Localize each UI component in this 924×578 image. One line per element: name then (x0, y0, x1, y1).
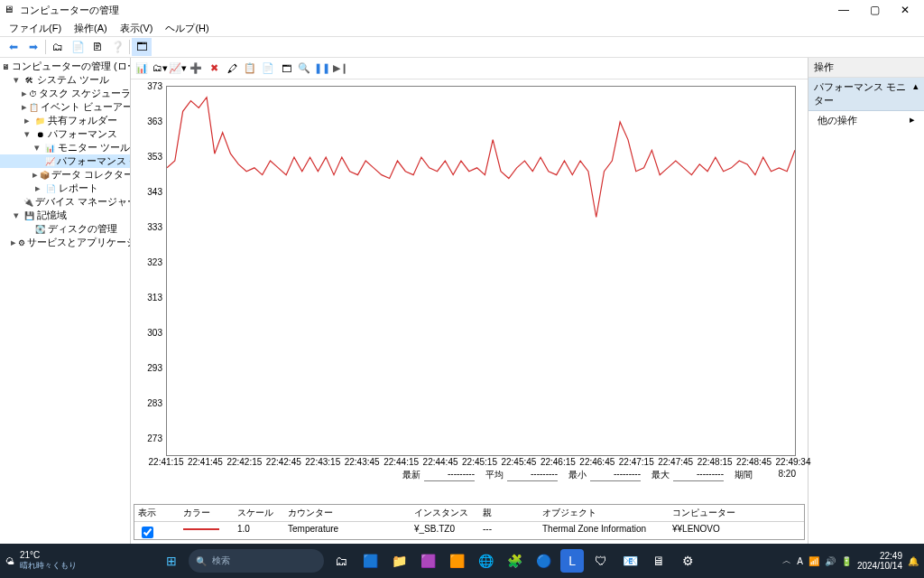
tree-item[interactable]: ▾ 🛠 システム ツール (0, 73, 130, 87)
col-object[interactable]: オブジェクト (539, 505, 669, 521)
volume-icon[interactable]: 🔊 (825, 556, 836, 566)
taskbar-clock[interactable]: 22:49 2024/10/14 (857, 551, 902, 571)
tree-item[interactable]: 🖥 コンピューターの管理 (ローカル) (0, 60, 130, 73)
tree-twisty-icon[interactable]: ▸ (22, 115, 32, 126)
chart-type-button[interactable]: 📈▾ (169, 60, 187, 78)
app-icon-1[interactable]: 🟦 (358, 549, 382, 573)
actions-other[interactable]: 他の操作▸ (808, 111, 924, 130)
app-icon-4[interactable]: 🟧 (445, 549, 468, 573)
wifi-icon[interactable]: 📶 (808, 556, 819, 566)
delete-counter-button[interactable]: ✖ (205, 60, 223, 78)
maximize-button[interactable]: ▢ (859, 0, 890, 20)
tree-item[interactable]: ▸ 📄 レポート (0, 182, 130, 195)
actions-group[interactable]: パフォーマンス モニター▴ (808, 78, 924, 111)
refresh-button[interactable]: 🗔 (132, 38, 152, 56)
forward-button[interactable]: ➡ (23, 38, 43, 56)
col-computer[interactable]: コンピューター (669, 505, 804, 521)
x-tick-label: 22:46:45 (579, 457, 614, 467)
legend-show-checkbox[interactable] (142, 527, 153, 538)
tree-node-label: イベント ビューアー (41, 100, 131, 114)
edge-icon[interactable]: 🌐 (474, 549, 497, 573)
tree-item[interactable]: ▸ 📦 データ コレクター セット (0, 168, 130, 182)
tree-item[interactable]: ▸ ⚙ サービスとアプリケーション (0, 236, 130, 249)
view-current-button[interactable]: 📊 (133, 60, 151, 78)
y-tick-label: 373 (134, 81, 162, 91)
close-button[interactable]: ✕ (890, 0, 920, 20)
taskbar[interactable]: 🌤 21°C 晴れ時々くもり ⊞ 🔍 検索 🗂 🟦 📁 🟪 🟧 🌐 🧩 🔵 L … (0, 544, 924, 578)
tree-item[interactable]: ▾ ⏺ パフォーマンス (0, 127, 130, 141)
taskbar-weather[interactable]: 🌤 21°C 晴れ時々くもり (5, 550, 77, 572)
task-view-button[interactable]: 🗂 (329, 549, 353, 573)
app-icon-6[interactable]: 🔵 (531, 549, 555, 573)
help-button[interactable]: ❔ (107, 38, 127, 56)
tree-twisty-icon[interactable]: ▸ (22, 88, 27, 99)
copy-props-button[interactable]: 📋 (241, 60, 259, 78)
menu-action[interactable]: 操作(A) (69, 21, 113, 36)
minimize-button[interactable]: — (828, 0, 859, 20)
tree-twisty-icon[interactable]: ▸ (11, 237, 16, 248)
update-button[interactable]: ▶❙ (331, 60, 349, 78)
tray-chevron-icon[interactable]: ︿ (782, 555, 791, 567)
tree-item[interactable]: ▾ 💾 記憶域 (0, 209, 130, 222)
counter-legend-table[interactable]: 表示 カラー スケール カウンター インスタンス 親 オブジェクト コンピュータ… (134, 504, 805, 540)
col-color[interactable]: カラー (180, 505, 234, 521)
tree-item[interactable]: 💽 ディスクの管理 (0, 222, 130, 236)
tree-node-icon: 🛠 (23, 75, 35, 86)
tree-twisty-icon[interactable]: ▾ (22, 128, 32, 140)
show-hide-tree-button[interactable]: 🗂 (48, 38, 68, 56)
tree-node-icon: 🖥 (2, 61, 10, 72)
notifications-icon[interactable]: 🔔 (908, 556, 919, 566)
freeze-button[interactable]: ❚❚ (313, 60, 331, 78)
battery-icon[interactable]: 🔋 (841, 556, 852, 566)
app-icon-9[interactable]: 📧 (618, 549, 642, 573)
tree-item[interactable]: ▸ ⏱ タスク スケジューラ (0, 87, 130, 100)
start-button[interactable]: ⊞ (160, 549, 183, 573)
tree-item[interactable]: ▸ 📁 共有フォルダー (0, 114, 130, 127)
tree-twisty-icon[interactable]: ▸ (32, 169, 38, 181)
tree-item[interactable]: ▾ 📊 モニター ツール (0, 141, 130, 154)
tree-twisty-icon[interactable]: ▾ (32, 142, 42, 154)
taskbar-search[interactable]: 🔍 検索 (189, 549, 324, 573)
tree-item[interactable]: ▸ 📋 イベント ビューアー (0, 100, 130, 114)
col-show[interactable]: 表示 (134, 505, 180, 521)
menu-file[interactable]: ファイル(F) (4, 21, 67, 36)
app-icon-2[interactable]: 📁 (387, 549, 411, 573)
zoom-button[interactable]: 🔍 (295, 60, 313, 78)
navigation-tree[interactable]: 🖥 コンピューターの管理 (ローカル)▾ 🛠 システム ツール▸ ⏱ タスク ス… (0, 58, 131, 544)
tree-item[interactable]: 🔌 デバイス マネージャー (0, 195, 130, 209)
paste-props-button[interactable]: 📄 (259, 60, 277, 78)
view-log-button[interactable]: 🗂▾ (151, 60, 169, 78)
actions-pane: 操作 パフォーマンス モニター▴ 他の操作▸ (808, 58, 924, 544)
menu-view[interactable]: 表示(V) (115, 21, 159, 36)
app-icon-8[interactable]: 🛡 (589, 549, 613, 573)
x-tick-label: 22:41:15 (149, 457, 184, 467)
app-icon-3[interactable]: 🟪 (416, 549, 439, 573)
app-icon-10[interactable]: 🖥 (647, 549, 670, 573)
y-tick-label: 273 (134, 434, 162, 443)
back-button[interactable]: ⬅ (4, 38, 23, 56)
tree-twisty-icon[interactable]: ▾ (11, 210, 21, 221)
col-instance[interactable]: インスタンス (411, 505, 479, 521)
menubar: ファイル(F) 操作(A) 表示(V) ヘルプ(H) (0, 20, 924, 36)
tree-twisty-icon[interactable]: ▸ (32, 182, 42, 194)
tree-twisty-icon[interactable]: ▾ (11, 74, 21, 86)
app-icon-11[interactable]: ⚙ (676, 549, 699, 573)
add-counter-button[interactable]: ➕ (187, 60, 205, 78)
properties2-button[interactable]: 🗔 (277, 60, 295, 78)
perfmon-toolbar: 📊 🗂▾ 📈▾ ➕ ✖ 🖍 📋 📄 🗔 🔍 ❚❚ ▶❙ (131, 58, 808, 79)
export-button[interactable]: 🖹 (88, 38, 107, 56)
tree-item[interactable]: 📈 パフォーマンス モニタ (0, 154, 130, 168)
menu-help[interactable]: ヘルプ(H) (160, 21, 214, 36)
ime-icon[interactable]: A (797, 556, 803, 566)
window-title: コンピューターの管理 (20, 4, 119, 17)
highlight-button[interactable]: 🖍 (223, 60, 241, 78)
properties-button[interactable]: 📄 (68, 38, 88, 56)
legend-row[interactable]: 1.0 Temperature ¥_SB.TZ0 --- Thermal Zon… (134, 522, 804, 543)
col-counter[interactable]: カウンター (284, 505, 411, 521)
tree-twisty-icon[interactable]: ▸ (22, 101, 27, 113)
tree-node-icon: 🔌 (23, 197, 33, 208)
col-scale[interactable]: スケール (234, 505, 284, 521)
app-icon-7[interactable]: L (560, 549, 584, 573)
app-icon-5[interactable]: 🧩 (503, 549, 526, 573)
col-parent[interactable]: 親 (479, 505, 539, 521)
